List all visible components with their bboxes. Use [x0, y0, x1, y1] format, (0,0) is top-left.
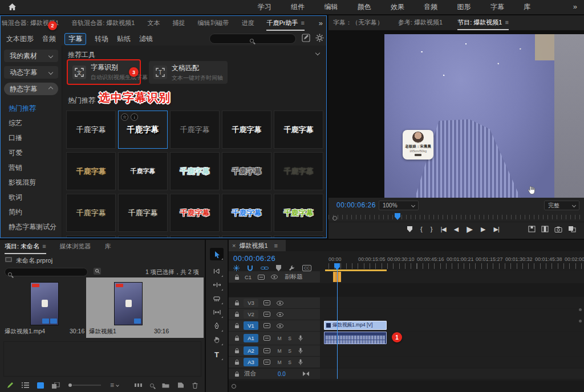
- collapse-chevron-icon[interactable]: [315, 51, 320, 55]
- timeline-ruler[interactable]: [328, 263, 584, 269]
- subtitle-style-tile[interactable]: 千鹿字幕: [66, 111, 116, 149]
- list-view-icon[interactable]: [22, 382, 29, 388]
- tab-text[interactable]: 文本: [147, 19, 160, 27]
- menu-item-audio[interactable]: 音频: [424, 2, 437, 12]
- panel-menu-icon[interactable]: ≡: [301, 19, 304, 26]
- caption-track-id[interactable]: C1: [245, 274, 252, 280]
- icon-view-icon[interactable]: [37, 382, 44, 389]
- lock-icon[interactable]: [234, 311, 240, 317]
- subtitle-style-tile[interactable]: 千鹿字幕: [66, 194, 116, 232]
- keyframe-bowtie-icon[interactable]: [303, 371, 309, 376]
- voiceover-mic-icon[interactable]: [298, 335, 303, 341]
- ripple-edit-tool[interactable]: [210, 279, 224, 291]
- sidebar-item-marketing[interactable]: 营销: [1, 160, 62, 175]
- clip-thumbnail[interactable]: [30, 282, 59, 325]
- captions-cc-icon[interactable]: CC: [302, 265, 311, 271]
- sidebar-item-film-remix[interactable]: 影视混剪: [1, 175, 62, 190]
- tab-edit-to-tape[interactable]: 编辑到磁带: [197, 19, 229, 27]
- zoom-level-dropdown[interactable]: 100%: [379, 201, 419, 210]
- tab-libraries[interactable]: 库: [105, 242, 111, 251]
- find-icon[interactable]: [150, 383, 154, 387]
- timeline-timecode[interactable]: 00:00:06:26: [233, 254, 275, 263]
- sidebar-item-simple[interactable]: 简约: [1, 205, 62, 219]
- extract-icon[interactable]: [541, 226, 549, 232]
- menu-item-color[interactable]: 颜色: [358, 2, 371, 12]
- source-patch-icon[interactable]: [263, 323, 270, 328]
- new-bin-folder-icon[interactable]: [162, 382, 169, 388]
- tab-media-browser[interactable]: 媒体浏览器: [60, 242, 91, 251]
- timeline-playhead-line[interactable]: [337, 263, 338, 379]
- snap-magnet-icon[interactable]: [247, 265, 253, 271]
- selection-tool[interactable]: [210, 248, 224, 260]
- left-panel-overflow-icon[interactable]: »: [319, 19, 323, 27]
- lock-icon[interactable]: [234, 359, 240, 365]
- comparison-view-icon[interactable]: [568, 226, 576, 232]
- track-target-v3[interactable]: V3: [244, 299, 258, 307]
- tab-captions-none[interactable]: 字幕：（无字幕）: [333, 18, 383, 27]
- menu-item-effects[interactable]: 效果: [391, 2, 404, 12]
- pen-tool[interactable]: [210, 320, 224, 332]
- tab-track-mixer[interactable]: 音轨混合器: 爆款视频1: [71, 19, 135, 27]
- workspace-overflow-icon[interactable]: »: [573, 2, 577, 11]
- go-to-in-icon[interactable]: |◀: [440, 226, 445, 233]
- subtab-stickers[interactable]: 贴纸: [117, 34, 131, 44]
- linked-selection-icon[interactable]: [261, 266, 269, 271]
- source-patch-icon[interactable]: [263, 312, 270, 317]
- subtitle-style-tile[interactable]: 千鹿字幕: [222, 194, 271, 232]
- close-icon[interactable]: ×: [232, 242, 236, 249]
- export-frame-camera-icon[interactable]: [554, 226, 562, 232]
- step-forward-icon[interactable]: ▶: [481, 226, 485, 233]
- timeline-settings-wrench-icon[interactable]: [289, 265, 295, 271]
- home-icon[interactable]: [8, 3, 17, 11]
- script-match-card[interactable]: T 文稿匹配 文本一键对齐时间轴: [149, 61, 228, 84]
- feedback-icon[interactable]: [302, 34, 310, 42]
- mix-gain-value[interactable]: 0.0: [278, 371, 286, 377]
- automate-sequence-icon[interactable]: [135, 382, 142, 388]
- tab-project[interactable]: 项目: 未命名≡: [5, 242, 46, 251]
- subtab-filters[interactable]: 滤镜: [139, 34, 153, 44]
- subtab-text-graphics[interactable]: 文本图形: [6, 34, 34, 44]
- thumbnail-zoom-slider[interactable]: [68, 383, 102, 387]
- source-patch-icon[interactable]: [263, 360, 270, 365]
- track-visibility-eye-icon[interactable]: [277, 312, 283, 317]
- plugin-search-input[interactable]: [210, 34, 295, 43]
- source-patch-icon[interactable]: [263, 348, 270, 353]
- freeform-view-icon[interactable]: [52, 382, 60, 389]
- sidebar-item-hot[interactable]: 热门推荐: [1, 101, 62, 116]
- track-target-v2[interactable]: V2: [244, 310, 258, 318]
- subtitle-style-tile[interactable]: 千鹿字幕: [170, 152, 220, 190]
- subtitle-style-tile[interactable]: 千鹿字幕: [274, 111, 323, 149]
- tab-program-monitor[interactable]: 节目: 爆款视频1≡: [457, 18, 509, 27]
- source-patch-icon[interactable]: [263, 336, 270, 341]
- track-visibility-eye-icon[interactable]: [277, 301, 283, 305]
- play-icon[interactable]: ▶: [467, 224, 473, 234]
- sidebar-group-my-assets[interactable]: 我的素材: [4, 50, 58, 62]
- menu-item-graphics[interactable]: 图形: [457, 2, 471, 12]
- track-visibility-eye-icon[interactable]: [271, 275, 278, 279]
- subtitle-style-tile[interactable]: [274, 235, 323, 238]
- mute-button[interactable]: M: [275, 359, 283, 366]
- subtab-audio[interactable]: 音频: [42, 34, 56, 44]
- subtitle-style-tile[interactable]: 千鹿字幕: [222, 152, 271, 190]
- subtitle-style-tile[interactable]: 千鹿字幕: [170, 111, 220, 149]
- voiceover-mic-icon[interactable]: [298, 359, 303, 365]
- lock-icon[interactable]: [234, 335, 240, 341]
- menu-item-learn[interactable]: 学习: [258, 2, 271, 12]
- trash-icon[interactable]: [192, 382, 198, 389]
- sidebar-item-lyrics[interactable]: 歌词: [1, 190, 62, 205]
- solo-button[interactable]: S: [286, 359, 294, 366]
- lock-icon[interactable]: [234, 274, 240, 280]
- mute-button[interactable]: M: [275, 335, 283, 342]
- panel-menu-icon[interactable]: ≡: [42, 243, 46, 250]
- scrollbar-handle[interactable]: [332, 216, 337, 220]
- subtitle-style-tile[interactable]: 千鹿字幕: [118, 152, 168, 190]
- video-clip-v1[interactable]: 爆款视频1.mp4 [V]: [324, 321, 387, 330]
- track-target-a2[interactable]: A2: [244, 346, 258, 355]
- edit-pencil-icon[interactable]: [7, 382, 14, 389]
- sidebar-item-talking[interactable]: 口播: [1, 130, 62, 145]
- step-back-icon[interactable]: ◀: [454, 226, 459, 233]
- project-file-name[interactable]: 未命名.prproj: [16, 256, 52, 265]
- track-target-a1[interactable]: A1: [244, 334, 258, 342]
- project-search-input[interactable]: [5, 268, 87, 276]
- playback-resolution-dropdown[interactable]: 完整: [544, 201, 579, 210]
